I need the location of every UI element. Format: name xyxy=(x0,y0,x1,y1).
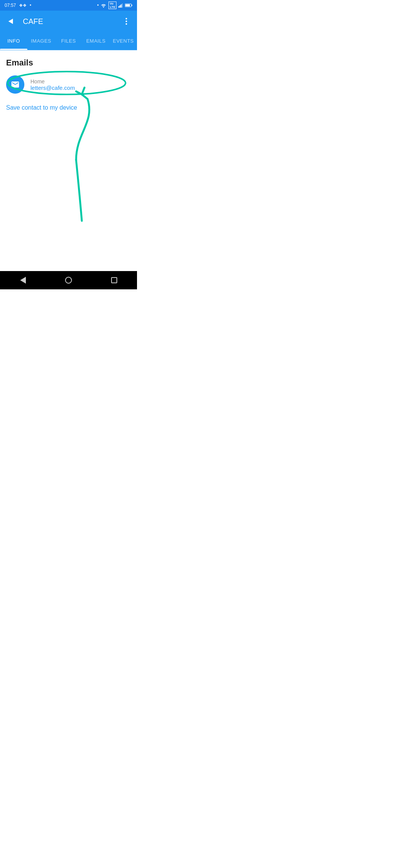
dot-indicator: • xyxy=(97,3,99,8)
svg-rect-5 xyxy=(131,5,132,6)
status-bar: 07:57 ❖❖ • • VoLTE xyxy=(0,0,137,11)
app-bar-title: CAFE xyxy=(23,17,119,26)
more-options-button[interactable] xyxy=(119,14,134,29)
status-left: 07:57 ❖❖ • xyxy=(5,3,31,8)
dot2 xyxy=(126,21,127,22)
svg-rect-2 xyxy=(121,5,121,8)
svg-rect-6 xyxy=(125,4,130,6)
app-bar: CAFE xyxy=(0,11,137,32)
dot-icon: • xyxy=(30,3,31,8)
email-label: Home xyxy=(30,78,75,85)
tab-emails-label: Emails xyxy=(86,38,106,44)
email-info: Home letters@cafe.com xyxy=(30,78,75,91)
email-avatar xyxy=(6,75,24,94)
wifi-icon xyxy=(100,3,107,8)
battery-icon xyxy=(125,3,132,8)
status-right: • VoLTE xyxy=(97,2,132,9)
email-icon xyxy=(11,80,20,89)
tab-files[interactable]: Files xyxy=(55,32,82,50)
nav-home-button[interactable] xyxy=(57,273,80,288)
tab-emails[interactable]: Emails xyxy=(82,32,110,50)
soundwave-icon: ❖❖ xyxy=(19,3,27,8)
back-button[interactable] xyxy=(3,14,18,29)
svg-rect-1 xyxy=(119,5,120,8)
section-title: Emails xyxy=(6,58,131,68)
main-content: Emails Home letters@cafe.com Save contac… xyxy=(0,50,137,119)
nav-bar xyxy=(0,271,137,289)
email-row: Home letters@cafe.com xyxy=(6,75,131,94)
signal-icon xyxy=(118,3,123,8)
tab-events-label: Events xyxy=(113,38,134,44)
tab-files-label: Files xyxy=(61,38,76,44)
dot3 xyxy=(126,23,127,25)
back-arrow-icon xyxy=(8,19,13,24)
dot1 xyxy=(126,18,127,19)
tab-images[interactable]: Images xyxy=(27,32,55,50)
tab-info-label: Info xyxy=(7,38,20,44)
tab-images-label: Images xyxy=(31,38,51,44)
nav-back-button[interactable] xyxy=(11,273,34,288)
status-time: 07:57 xyxy=(5,3,16,8)
volte-icon: VoLTE xyxy=(108,2,116,9)
svg-rect-3 xyxy=(122,3,123,8)
tab-events[interactable]: Events xyxy=(110,32,137,50)
nav-home-icon xyxy=(65,277,72,284)
tab-bar: Info Images Files Emails Events xyxy=(0,32,137,50)
nav-recents-button[interactable] xyxy=(103,273,126,288)
nav-recents-icon xyxy=(111,277,117,283)
save-contact-button[interactable]: Save contact to my device xyxy=(6,104,77,111)
email-address[interactable]: letters@cafe.com xyxy=(30,85,75,91)
svg-rect-0 xyxy=(118,6,119,8)
nav-back-icon xyxy=(20,277,26,284)
tab-info[interactable]: Info xyxy=(0,32,27,50)
